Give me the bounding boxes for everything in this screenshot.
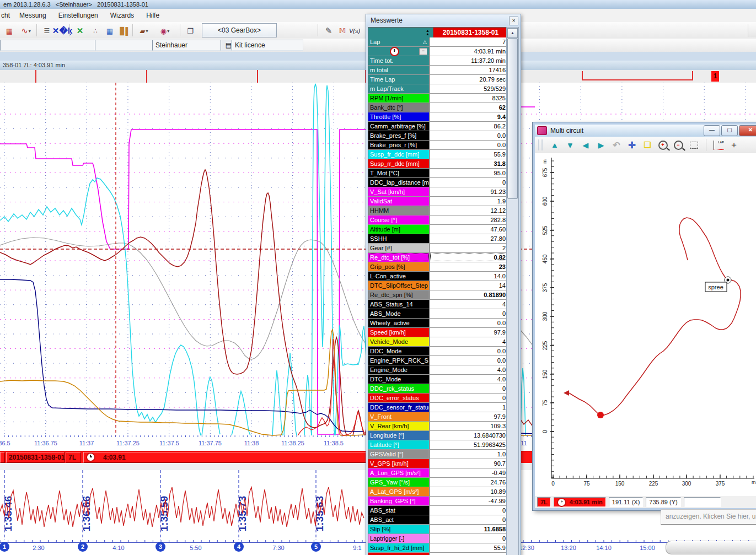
messwerte-row[interactable]: ValidSat1.9 bbox=[368, 197, 508, 206]
messwerte-row[interactable]: V_Sat [km/h]91.23 bbox=[368, 187, 508, 197]
menu-item-cht[interactable]: cht bbox=[0, 9, 13, 22]
messwerte-row[interactable]: ABS_Mode0 bbox=[368, 309, 508, 319]
messwerte-row[interactable]: Altitude [m]47.60 bbox=[368, 225, 508, 234]
horizontal-scrollbar[interactable] bbox=[666, 541, 756, 554]
messwerte-row[interactable]: Gear [#]2 bbox=[368, 244, 508, 253]
messwerte-row[interactable]: Engine_Mode4.0 bbox=[368, 365, 508, 375]
messwerte-row[interactable]: RPM [1/min]8325 bbox=[368, 94, 508, 103]
messwerte-row[interactable]: Wheely_active0.0 bbox=[368, 319, 508, 328]
messwerte-session-header[interactable]: 20150831-1358-01 bbox=[433, 28, 508, 37]
arrow-right-icon[interactable]: ▶ bbox=[594, 138, 608, 152]
messwerte-row[interactable]: V_Front97.9 bbox=[368, 412, 508, 422]
messwerte-row[interactable]: Engine_RPK_RCK_S0.0 bbox=[368, 356, 508, 365]
vs-chart-icon[interactable]: V(s) bbox=[347, 24, 362, 38]
table-view-icon[interactable]: ▦ bbox=[103, 24, 117, 38]
histogram-icon[interactable]: ▊▌ bbox=[118, 24, 132, 38]
window-layout-icon[interactable]: ❐ bbox=[183, 24, 197, 38]
view-range-bracket[interactable] bbox=[582, 71, 693, 80]
messwerte-row[interactable]: m Lap/Track529/529 bbox=[368, 84, 508, 94]
distribution-icon[interactable]: ∴ bbox=[88, 24, 103, 38]
messwerte-row[interactable]: Camm_arbitrage [%]86.2 bbox=[368, 122, 508, 131]
messwerte-row[interactable]: SSHH27.80 bbox=[368, 234, 508, 244]
menu-item-einstellungen[interactable]: Einstellungen bbox=[52, 9, 104, 22]
messwerte-row[interactable]: DDC_error_status0 bbox=[368, 394, 508, 403]
pencil-icon[interactable]: ✎ bbox=[321, 24, 336, 38]
messwerte-row[interactable]: Slip [%]11.6858 bbox=[368, 525, 508, 534]
messwerte-row[interactable]: Susp_rr_hi_2d [mm] bbox=[368, 553, 508, 555]
messwerte-row[interactable]: −4:03.91 min bbox=[368, 47, 508, 56]
messwerte-row[interactable]: A_Lat_GPS [m/s²]10.89 bbox=[368, 487, 508, 497]
messwerte-row[interactable]: L-Con_active14.0 bbox=[368, 272, 508, 281]
messwerte-row[interactable]: ABS_act0 bbox=[368, 515, 508, 525]
messwerte-row[interactable]: HHMM12.12 bbox=[368, 206, 508, 215]
messwerte-row[interactable]: Brake_pres_r [%]0.0 bbox=[368, 141, 508, 150]
messwerte-header-row[interactable]: ▲▲ 20150831-1358-01 bbox=[368, 28, 508, 37]
scroll-up-icon[interactable]: ▲ bbox=[507, 28, 518, 38]
messwerte-row[interactable]: Throttle [%]9.4 bbox=[368, 112, 508, 122]
user-field[interactable]: Steinhauer bbox=[152, 40, 224, 51]
messwerte-row[interactable]: A_Lon_GPS [m/s²]-0.49 bbox=[368, 468, 508, 478]
messwerte-title-bar[interactable]: Messwerte bbox=[366, 14, 521, 26]
gearbox-selector[interactable]: <03 GearBox> bbox=[202, 23, 277, 37]
menu-item-messung[interactable]: Messung bbox=[13, 9, 52, 22]
menu-item-hilfe[interactable]: Hilfe bbox=[140, 9, 165, 22]
messwerte-row[interactable]: V_Rear [km/h]109.3 bbox=[368, 422, 508, 431]
empty-field-1[interactable] bbox=[0, 40, 99, 51]
messwerte-row[interactable]: Bank_dtc [°]62 bbox=[368, 103, 508, 112]
messwerte-row[interactable]: Susp_fr_hi_2d [mm]55.9 bbox=[368, 543, 508, 553]
arrow-left-icon[interactable]: ◀ bbox=[578, 138, 593, 152]
messwerte-row[interactable]: DDC_rck_status0 bbox=[368, 384, 508, 394]
curve-chart-icon[interactable]: ∿▾ bbox=[19, 24, 33, 38]
pan-icon[interactable]: ✛ bbox=[625, 138, 639, 152]
notification-bar[interactable]: anzuzeigen. Klicken Sie hier, um bbox=[661, 509, 756, 525]
messwerte-row[interactable]: Re_dtc_spn [%]0.81890 bbox=[368, 290, 508, 300]
messwerte-row[interactable]: Time Lap20.79 sec bbox=[368, 75, 508, 84]
messwerte-row[interactable]: DTC_SlipOffset_Step14 bbox=[368, 281, 508, 290]
sort-icon[interactable]: ▲▲ bbox=[368, 28, 433, 37]
licence-field[interactable]: Kit licence bbox=[232, 40, 303, 51]
close-icon[interactable]: ✕ bbox=[509, 17, 518, 25]
messwerte-row[interactable]: DTC_Mode4.0 bbox=[368, 375, 508, 384]
messwerte-row[interactable]: ABS_stat0 bbox=[368, 506, 508, 515]
overview-lap-marker[interactable]: 1 bbox=[711, 71, 719, 82]
collapse-icon[interactable]: − bbox=[419, 48, 427, 55]
messwerte-row[interactable]: Susp_fr_ddc [mm]55.9 bbox=[368, 150, 508, 159]
messwerte-row[interactable]: Speed [km/h]97.9 bbox=[368, 328, 508, 337]
empty-field-2[interactable] bbox=[95, 40, 156, 51]
lap-scale-icon[interactable]: LAP bbox=[711, 138, 726, 152]
crosshair-icon[interactable]: ＋ bbox=[727, 138, 741, 152]
messwerte-row[interactable]: Lap△7 bbox=[368, 37, 508, 47]
grid-chart-icon[interactable]: ▦ bbox=[2, 24, 17, 38]
xy-blue-icon[interactable]: ✕�ķ bbox=[55, 24, 69, 38]
messwerte-row[interactable]: DDC_lap_distance [m0 bbox=[368, 178, 508, 187]
zoom-out-icon[interactable]: − bbox=[671, 138, 685, 152]
messwerte-row[interactable]: T_Mot [°C]95.0 bbox=[368, 169, 508, 178]
lasso-icon[interactable]: ❏ bbox=[640, 138, 655, 152]
minimize-button[interactable]: — bbox=[704, 125, 720, 136]
close-button[interactable]: ✕ bbox=[739, 125, 756, 136]
messwerte-row[interactable]: Vehicle_Mode4 bbox=[368, 337, 508, 347]
messwerte-row[interactable]: Laptrigger [-]0 bbox=[368, 534, 508, 543]
xy-green-icon[interactable]: ✕ bbox=[73, 24, 87, 38]
messwerte-row[interactable]: V_GPS [km/h]90.7 bbox=[368, 459, 508, 468]
messwerte-row[interactable]: Susp_rr_ddc [mm]31.8 bbox=[368, 159, 508, 169]
messwerte-row[interactable]: ABS_Status_144 bbox=[368, 300, 508, 309]
messwerte-row[interactable]: Re_dtc_tot [%]0.82 bbox=[368, 253, 508, 262]
messwerte-row[interactable]: GPSValid [°]1.0 bbox=[368, 450, 508, 459]
messwerte-row[interactable]: Grip_pos [%]23 bbox=[368, 262, 508, 272]
disc-icon[interactable]: ◉▾ bbox=[158, 24, 172, 38]
messwerte-row[interactable]: Latitude [°]51.9963425 bbox=[368, 440, 508, 450]
messwerte-scrollbar[interactable]: ▲ bbox=[506, 27, 519, 555]
undo-icon[interactable]: ↶ bbox=[609, 138, 624, 152]
maximize-button[interactable]: ▢ bbox=[721, 125, 738, 136]
messwerte-row[interactable]: DDC_sensor_fr_status1 bbox=[368, 403, 508, 412]
messwerte-row[interactable]: Brake_pres_f [%]0.0 bbox=[368, 131, 508, 141]
toolbar-grip[interactable] bbox=[538, 139, 543, 150]
arrow-up-icon[interactable]: ▲ bbox=[548, 138, 562, 152]
messwerte-row[interactable]: m total17416 bbox=[368, 66, 508, 75]
menu-item-wizards[interactable]: Wizards bbox=[104, 9, 140, 22]
arrow-down-icon[interactable]: ▼ bbox=[563, 138, 577, 152]
multi-circuit-title-bar[interactable]: Multi circuit — ▢ ✕ bbox=[535, 125, 756, 137]
track-map-plot[interactable] bbox=[535, 153, 756, 496]
scrollbar-thumb[interactable] bbox=[507, 38, 518, 199]
